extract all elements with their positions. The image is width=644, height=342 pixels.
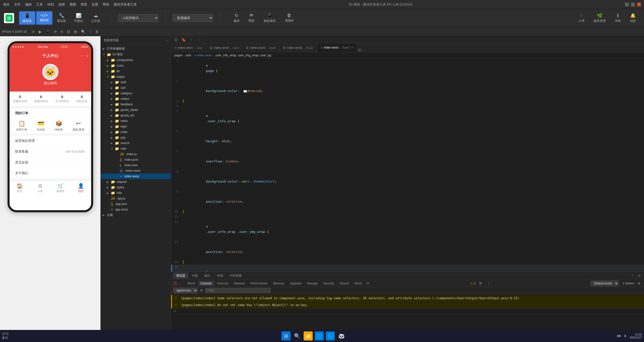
- tree-index[interactable]: ▶ 📁 index: [101, 118, 171, 124]
- devtools-more-tabs[interactable]: ≫: [365, 282, 371, 285]
- tree-auth[interactable]: ▶ 📁 auth: [101, 79, 171, 85]
- menu-goto[interactable]: 转到: [47, 2, 54, 7]
- tree-user-indexless[interactable]: ▶ L index.less: [101, 162, 171, 168]
- version-button[interactable]: 🌿 版本管理: [590, 11, 610, 25]
- tool-cloud[interactable]: ☁ 云开发: [88, 11, 104, 25]
- copy-icon[interactable]: ⎘: [60, 29, 64, 34]
- phone-menu-btn[interactable]: ···: [81, 54, 84, 58]
- real-debug-button[interactable]: 📱 真机调试: [260, 11, 280, 25]
- breadcrumb-pages[interactable]: pages: [174, 54, 183, 57]
- menu-settings[interactable]: 设置: [92, 2, 98, 7]
- menu-select[interactable]: 选择: [58, 2, 65, 7]
- order-return[interactable]: ↩ 退款/退货: [73, 120, 84, 132]
- refresh-icon[interactable]: ↺: [31, 29, 36, 34]
- tab-wxss-pay[interactable]: ≡ index.wxss ...\\pay: [171, 44, 206, 52]
- file-panel-dots[interactable]: ⋯: [165, 39, 168, 42]
- play-icon[interactable]: ▶: [38, 29, 43, 34]
- console-stop-icon[interactable]: 🚫: [173, 281, 177, 285]
- detail-button[interactable]: ℹ 详情: [611, 11, 625, 25]
- upload-button[interactable]: ↑ 上传: [575, 11, 589, 25]
- console-down-icon[interactable]: ↓: [179, 281, 181, 285]
- subtab-appdata[interactable]: AppData: [287, 281, 304, 286]
- subtab-performance[interactable]: Performance: [248, 281, 270, 286]
- tree-user-indexwxss[interactable]: ▶ ≡ index.wxss: [101, 174, 171, 179]
- tab-wxml-login[interactable]: ⊡ index.wxml ...\\login: [279, 44, 317, 52]
- devtools-tab-output[interactable]: 输出: [201, 273, 213, 279]
- console-gear-icon[interactable]: ⚙: [478, 281, 483, 286]
- tree-user[interactable]: ▼ 📁 user: [101, 146, 171, 151]
- order-pay[interactable]: 💳 待付款: [37, 120, 45, 132]
- console-more-icon[interactable]: ⋮: [485, 281, 491, 286]
- subtab-storage[interactable]: Storage: [304, 281, 320, 286]
- tree-user-indexjs[interactable]: ▶ JS index.js: [101, 151, 171, 157]
- tree-project[interactable]: ▼ 📁 02-项目: [101, 52, 171, 57]
- subtab-network[interactable]: Network: [231, 281, 247, 286]
- tree-category[interactable]: ▶ 📁 category: [101, 91, 171, 96]
- tree-feedback[interactable]: ▶ 📁 feedback: [101, 102, 171, 107]
- tool-editor[interactable]: </> 编辑器: [36, 11, 52, 25]
- editor-menu-icon[interactable]: ☰: [173, 37, 178, 42]
- tree-login[interactable]: ▶ 📁 login: [101, 124, 171, 129]
- tab-cart[interactable]: 🛒 购物车: [50, 182, 71, 194]
- settings-sec-icon[interactable]: ⚙: [94, 29, 100, 34]
- tool-simulator[interactable]: 📱 模拟器: [19, 11, 35, 25]
- menu-feedback[interactable]: 意见反馈 ›: [12, 157, 89, 168]
- phone-camera-btn[interactable]: ○: [86, 54, 89, 58]
- subtab-memory[interactable]: Memory: [271, 281, 287, 286]
- tree-pay[interactable]: ▶ 📁 pay: [101, 135, 171, 140]
- devtools-tab-quality[interactable]: 代码质量: [227, 273, 245, 279]
- menu-weixin-devtools[interactable]: 微信开发者工具: [114, 2, 137, 7]
- breadcrumb-user[interactable]: user: [186, 54, 191, 57]
- tree-user-indexjson[interactable]: ▶ {} index.json: [101, 157, 171, 162]
- order-all[interactable]: 📋 全部订单: [16, 120, 27, 132]
- tree-goods-list[interactable]: ▶ 📁 goods_list: [101, 113, 171, 118]
- taskbar-start[interactable]: ⊞: [281, 331, 291, 340]
- minimize-button[interactable]: ─: [625, 3, 629, 7]
- tree-appwxss[interactable]: ▶ ≡ app.wxss: [101, 207, 171, 212]
- tool-visualize[interactable]: 📊 可视化: [70, 11, 87, 25]
- menu-project[interactable]: 项目: [3, 2, 10, 7]
- search-sec-icon[interactable]: 🔍: [80, 29, 86, 34]
- tree-goods-detail[interactable]: ▶ 📁 goods_detail: [101, 107, 171, 113]
- tree-collect[interactable]: ▶ 📁 collect: [101, 96, 171, 102]
- tree-appjs[interactable]: ▶ JS app.js: [101, 196, 171, 201]
- console-context-select[interactable]: appservice: [173, 288, 198, 293]
- tree-open-editors[interactable]: ▶ 打开的编辑器: [101, 46, 171, 52]
- tab-home[interactable]: 🏠 首页: [10, 182, 30, 194]
- tree-outline[interactable]: ▶ 大纲: [101, 212, 171, 218]
- devtools-tab-terminal[interactable]: 终端: [214, 273, 226, 279]
- editor-back-icon[interactable]: ←: [189, 37, 194, 42]
- tree-cart[interactable]: ▶ 📁 cart: [101, 85, 171, 91]
- console-filter-input[interactable]: [205, 288, 271, 293]
- taskbar-files-app[interactable]: 📁: [304, 331, 313, 340]
- menu-ui[interactable]: 界面: [81, 2, 87, 7]
- tree-request[interactable]: ▶ 📁 request: [101, 179, 171, 185]
- grid-icon[interactable]: ⊞: [73, 29, 78, 34]
- tree-order[interactable]: ▶ 📁 order: [101, 129, 171, 135]
- subtab-sources[interactable]: Sources: [215, 281, 231, 286]
- close-button[interactable]: ✕: [637, 3, 641, 7]
- tree-appjson[interactable]: ▶ {} app.json: [101, 201, 171, 207]
- menu-about[interactable]: 关于我们 ›: [12, 168, 89, 179]
- subtab-sensor[interactable]: Sensor: [337, 281, 352, 286]
- breadcrumb-file[interactable]: ≡ index.wxss: [194, 54, 212, 57]
- taskbar-wechat-app[interactable]: 🐼: [337, 331, 346, 340]
- tool-debugger[interactable]: 🔧 调试器: [53, 11, 69, 25]
- menu-address[interactable]: 收货地址管理 ›: [12, 136, 89, 146]
- tree-components[interactable]: ▶ 📁 components: [101, 57, 171, 63]
- message-button[interactable]: 🔔 消息: [626, 11, 640, 25]
- tab-wxml-pay[interactable]: ⊡ index.wxml ...\\pay: [206, 44, 242, 52]
- tab-category[interactable]: ⊞ 分类: [30, 182, 50, 194]
- layout-icon[interactable]: ⊟: [66, 29, 71, 34]
- collapse-12[interactable]: ▼: [206, 225, 208, 229]
- tab-my[interactable]: 👤 我的: [71, 182, 91, 194]
- devtools-tab-debugger[interactable]: 调试器: [173, 273, 188, 279]
- phone-icon[interactable]: 📱: [45, 29, 51, 34]
- menu-view[interactable]: 视图: [69, 2, 76, 7]
- subtab-console[interactable]: Console: [198, 281, 214, 286]
- menu-edit[interactable]: 编辑: [25, 2, 32, 7]
- console-level-select[interactable]: Default levels: [591, 281, 619, 286]
- split-editor-icon[interactable]: ⊟: [358, 48, 361, 52]
- menu-help[interactable]: 帮助: [103, 2, 109, 7]
- rotate-icon[interactable]: ⟳: [53, 29, 58, 34]
